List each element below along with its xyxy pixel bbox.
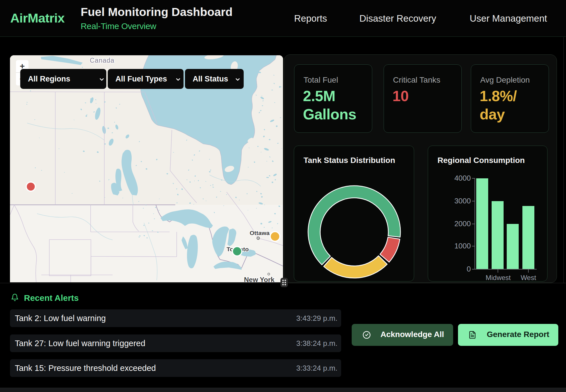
svg-text:Ottawa: Ottawa	[250, 230, 270, 236]
svg-text:0: 0	[467, 265, 471, 273]
svg-text:1000: 1000	[454, 242, 471, 250]
svg-text:4000: 4000	[454, 174, 471, 182]
svg-text:New York: New York	[244, 276, 275, 282]
svg-text:Canada: Canada	[90, 57, 115, 64]
svg-text:West: West	[521, 274, 536, 281]
svg-text:3000: 3000	[454, 197, 471, 205]
svg-text:2000: 2000	[454, 219, 471, 228]
svg-text:Midwest: Midwest	[486, 274, 511, 281]
